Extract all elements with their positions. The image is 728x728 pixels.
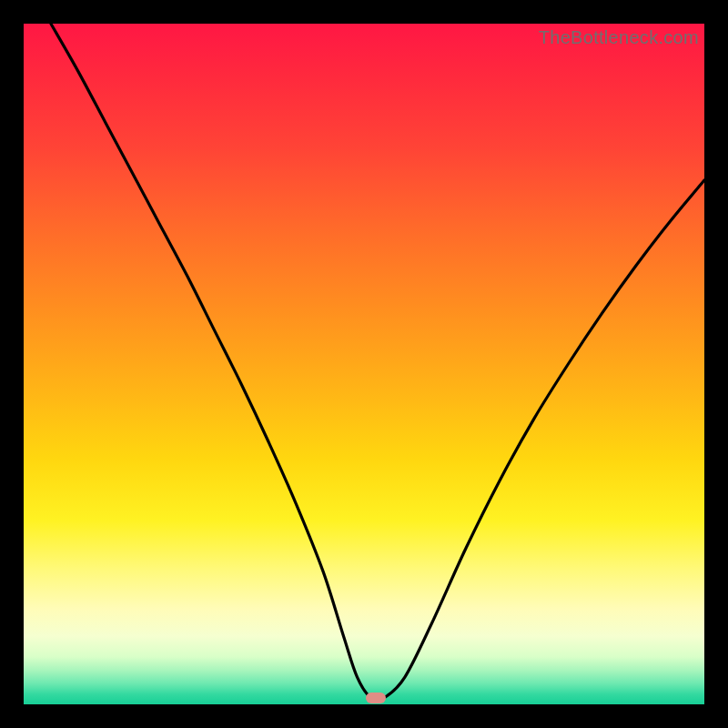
chart-frame: TheBottleneck.com bbox=[0, 0, 728, 728]
optimal-point-marker bbox=[366, 693, 386, 703]
bottleneck-curve bbox=[24, 24, 704, 704]
chart-plot-area: TheBottleneck.com bbox=[24, 24, 704, 704]
